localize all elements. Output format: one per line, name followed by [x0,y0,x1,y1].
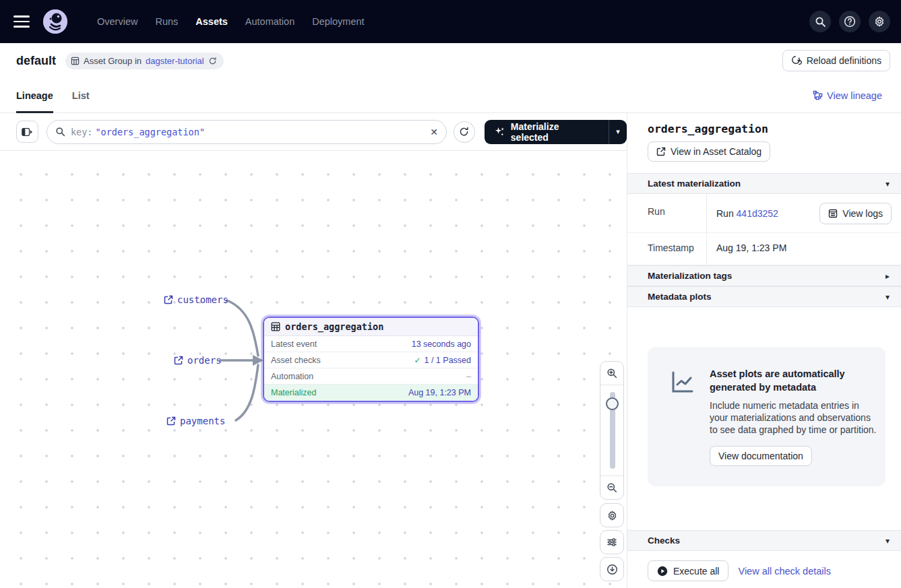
asset-plots-card: Asset plots are automatically generated … [648,347,886,486]
graph-toolbar: key: "orders_aggregation" ✕ Materialize … [0,113,627,151]
asset-plots-card-body: Include numeric metadata entries in your… [710,399,877,436]
timestamp-row-value: Aug 19, 1:23 PM [707,233,901,265]
chevron-down-icon: ▾ [616,127,620,136]
execute-all-button[interactable]: Execute all [648,560,728,581]
reload-definitions-button[interactable]: Reload definitions [782,50,890,71]
graph-filters-button[interactable] [600,530,624,554]
asset-node-header: orders_aggregation [264,318,478,336]
refresh-icon [459,127,469,137]
panel-asset-title: orders_aggregation [648,123,768,135]
nav-right-icons [809,11,890,32]
run-row: Run Run 441d3252 View logs [627,194,901,233]
badge-text: Asset Group in [84,56,142,66]
logs-icon [828,209,838,218]
refresh-graph-button[interactable] [454,121,475,143]
panel-expand-icon [22,127,32,137]
search-icon [55,127,65,137]
external-link-icon [166,416,176,426]
asset-search-input[interactable]: key: "orders_aggregation" ✕ [46,120,447,144]
table-grid-icon [71,57,80,65]
nav-item-runs[interactable]: Runs [155,16,178,27]
search-query-value: "orders_aggregation" [95,127,205,137]
zoom-in-button[interactable] [600,362,623,385]
zoom-out-button[interactable] [600,476,623,499]
materialize-dropdown-button[interactable]: ▾ [609,120,627,144]
chevron-down-icon: ▾ [886,292,890,302]
play-circle-icon [657,566,668,577]
section-latest-materialization[interactable]: Latest materialization ▾ [627,173,901,194]
view-all-check-details-link[interactable]: View all check details [738,566,831,577]
recenter-graph-button[interactable] [600,557,624,581]
search-icon[interactable] [809,11,831,32]
nav-item-assets[interactable]: Assets [195,16,228,27]
chevron-down-icon: ▾ [886,179,890,189]
zoom-slider[interactable] [600,385,623,476]
nav-item-deployment[interactable]: Deployment [312,16,364,27]
top-nav: Overview Runs Assets Automation Deployme… [0,0,901,43]
view-in-asset-catalog-button[interactable]: View in Asset Catalog [648,141,770,162]
timestamp-row-label: Timestamp [627,233,707,265]
materialize-selected-button[interactable]: Materialize selected [485,120,609,144]
sparkles-icon [494,126,505,137]
node-row-asset-checks: Asset checks ✓ 1 / 1 Passed [264,352,478,368]
section-metadata-plots[interactable]: Metadata plots ▾ [627,286,901,307]
reload-label: Reload definitions [807,55,881,66]
expand-panel-button[interactable] [16,121,38,143]
asset-plots-card-title: Asset plots are automatically generated … [710,367,865,394]
page-header: default Asset Group in dagster-tutorial … [0,43,901,78]
zoom-control-group [600,361,624,500]
external-link-icon [164,295,173,304]
chevron-right-icon: ▸ [886,271,890,281]
node-row-materialized: Materialized Aug 19, 1:23 PM [264,385,478,401]
nav-item-automation[interactable]: Automation [245,16,294,27]
clear-search-icon[interactable]: ✕ [430,127,438,137]
external-link-icon [174,356,183,365]
run-id-link[interactable]: 441d3252 [737,208,778,219]
nav-links: Overview Runs Assets Automation Deployme… [97,16,365,27]
nav-item-overview[interactable]: Overview [97,16,137,27]
dagster-logo-icon[interactable] [43,9,67,34]
gear-icon [607,510,618,521]
sliders-icon [607,537,617,548]
upstream-asset-customers[interactable]: customers [164,294,228,305]
table-grid-icon [271,322,280,331]
run-row-label: Run [627,194,707,232]
materialization-table: Run Run 441d3252 View logs Timestamp Aug… [627,194,901,265]
asset-node-title: orders_aggregation [285,321,383,332]
reload-icon [791,55,802,66]
section-materialization-tags[interactable]: Materialization tags ▸ [627,265,901,286]
view-logs-button[interactable]: View logs [819,203,892,224]
view-lineage-link[interactable]: View lineage [813,90,882,101]
materialize-split-button: Materialize selected ▾ [485,120,627,144]
graph-settings-button[interactable] [600,503,624,527]
badge-repo-link[interactable]: dagster-tutorial [146,56,204,66]
node-row-latest-event: Latest event 13 seconds ago [264,336,478,352]
view-documentation-button[interactable]: View documentation [710,446,812,466]
refresh-small-icon[interactable] [208,57,217,65]
settings-gear-icon[interactable] [869,11,890,32]
search-query-prefix: key: [71,127,93,137]
zoom-in-icon [607,368,617,379]
asset-node-orders-aggregation[interactable]: orders_aggregation Latest event 13 secon… [263,317,479,402]
chart-line-icon [669,368,696,395]
help-icon[interactable] [839,11,861,32]
external-link-icon [656,147,666,156]
lineage-canvas[interactable]: customers orders payments orders_aggrega… [0,151,627,588]
lineage-icon [813,90,823,100]
check-passed-icon: ✓ [414,356,421,365]
download-circle-icon [607,564,618,575]
checks-actions: Execute all View all check details [648,560,831,581]
asset-group-badge: Asset Group in dagster-tutorial [65,53,224,69]
asset-detail-panel: orders_aggregation View in Asset Catalog… [627,113,901,588]
chevron-down-icon: ▾ [886,536,890,546]
tab-lineage[interactable]: Lineage [16,78,53,112]
section-checks[interactable]: Checks ▾ [627,530,901,551]
menu-icon[interactable] [13,12,32,31]
upstream-asset-orders[interactable]: orders [174,355,222,366]
tab-list[interactable]: List [72,78,90,112]
tabs-row: Lineage List View lineage [0,78,901,113]
zoom-slider-handle[interactable] [606,397,619,410]
timestamp-row: Timestamp Aug 19, 1:23 PM [627,233,901,265]
upstream-asset-payments[interactable]: payments [166,416,225,426]
node-row-automation: Automation – [264,368,478,385]
